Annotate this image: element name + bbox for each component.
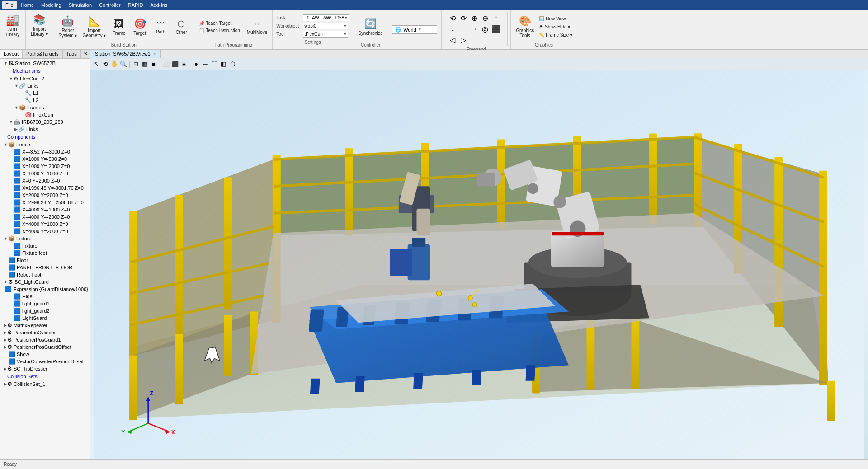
vp-point-icon[interactable]: ● [192, 60, 200, 68]
tree-item-fence1[interactable]: 🟦 X=-3.52 Y=-3000 Z=0 [0, 148, 90, 155]
tree-item-positionerposguardoffset[interactable]: ▶ ⚙ PositionerPosGuardOffset [0, 343, 90, 351]
freehand-icon-1[interactable]: ⟲ [448, 14, 457, 23]
world-dropdown[interactable]: 🌐 World ▼ [392, 25, 437, 34]
tree-item-sc-lightguard[interactable]: ▼ ⚙ SC_LightGuard [0, 278, 90, 286]
tree-item-expression[interactable]: 🟦 Expression {GuardDistance/1000} [0, 286, 90, 293]
tree-item-fence11[interactable]: 🟦 X=4000 Y=1000 Z=0 [0, 220, 90, 228]
tree-item-lightguard[interactable]: 🟦 LightGuard [0, 314, 90, 322]
tree-item-fixture[interactable]: 🟦 Fixture [0, 242, 90, 249]
vp-shaded-icon[interactable]: ■ [150, 60, 158, 68]
tree-item-fence12[interactable]: 🟦 X=4000 Y=2000 Z=0 [0, 228, 90, 235]
tree-item-collisionset1[interactable]: ▶ ⚙ CollisionSet_1 [0, 380, 90, 388]
vp-rotate-icon[interactable]: ⟲ [101, 60, 109, 68]
freehand-icon-9[interactable]: ◎ [481, 24, 490, 33]
other-button[interactable]: ⬡ Other [171, 13, 191, 40]
vp-curve-icon[interactable]: ⌒ [210, 60, 218, 68]
tab-paths-targets[interactable]: Paths&Targets [23, 50, 63, 58]
vp-wireframe-icon[interactable]: ▦ [141, 60, 149, 68]
tree-item-station[interactable]: ▼ 🏗 Station_SW6572B [0, 60, 90, 67]
tree-item-vectorconverter[interactable]: 🟦 VectorConverterPositionOffset [0, 358, 90, 365]
menu-add-ins[interactable]: Add-Ins [146, 1, 171, 9]
menu-simulation[interactable]: Simulation [65, 1, 95, 9]
tree-item-show[interactable]: 🟦 Show [0, 351, 90, 358]
synchronize-button[interactable]: 🔄 Synchronize [356, 13, 385, 40]
vp-fit-icon[interactable]: ⊡ [132, 60, 140, 68]
tree-item-fence10[interactable]: 🟦 X=4000 Y=-2000 Z=0 [0, 213, 90, 220]
vp-top-icon[interactable]: ⬛ [171, 60, 179, 68]
tree-item-parametriccylinder[interactable]: ▶ ⚙ ParametricCylinder [0, 329, 90, 336]
tree-item-fence4[interactable]: 🟦 X=1000 Y=1000 Z=0 [0, 170, 90, 177]
viewport-tab-main[interactable]: Station_SW6572B:View1 × [90, 50, 161, 58]
tree-item-fence2[interactable]: 🟦 X=1000 Y=-500 Z=0 [0, 155, 90, 163]
new-view-button[interactable]: 🪟 New View [537, 15, 574, 22]
tree-item-matrixrepeater[interactable]: ▶ ⚙ MatrixRepeater [0, 322, 90, 329]
vp-zoom-icon[interactable]: 🔍 [119, 60, 127, 68]
menu-modeling[interactable]: Modeling [38, 1, 65, 9]
tree-item-panel[interactable]: 🟦 PANEL_FRONT_FLOOR [0, 264, 90, 271]
freehand-icon-10[interactable]: ⬛ [491, 24, 500, 33]
workobject-dropdown[interactable]: wobj0 ▼ [303, 23, 348, 29]
tab-tags[interactable]: Tags [63, 50, 81, 58]
vp-line-icon[interactable]: ─ [201, 60, 209, 68]
tree-item-positionerposguard1[interactable]: ▶ ⚙ PositionerPosGuard1 [0, 336, 90, 343]
tree-item-fence7[interactable]: 🟦 X=2000 Y=2000 Z=0 [0, 192, 90, 199]
tree-item-light-guard2[interactable]: 🟦 light_guard2 [0, 307, 90, 314]
freehand-icon-3[interactable]: ⊕ [470, 14, 479, 23]
tree-item-frames1[interactable]: ▼ 📦 Frames [0, 104, 90, 111]
tree-item-fence9[interactable]: 🟦 X=4000 Y=-1000 Z=0 [0, 206, 90, 213]
import-library-button[interactable]: 📚 ImportLibrary ▾ [28, 12, 50, 39]
tree-item-fence[interactable]: ▼ 📦 Fence [0, 141, 90, 148]
freehand-icon-4[interactable]: ⊖ [481, 14, 490, 23]
tree-item-robotfoot[interactable]: 🟦 Robot Foot [0, 271, 90, 278]
teach-instruction-button[interactable]: 📋 Teach Instruction [197, 27, 242, 34]
tree-item-flexgun2[interactable]: ▼ ⚙ FlexGun_2 [0, 75, 90, 82]
viewport-tab-close[interactable]: × [153, 52, 156, 56]
tree-item-fence5[interactable]: 🟦 X=0 Y=2000 Z=0 [0, 177, 90, 184]
tree-item-sc-tipdresser[interactable]: ▶ ⚙ SC_TipDresser [0, 365, 90, 372]
tree-item-fence3[interactable]: 🟦 X=1000 Y=-2000 Z=0 [0, 163, 90, 170]
graphics-tools-button[interactable]: 🎨 GraphicsTools [514, 13, 536, 40]
vp-select-icon[interactable]: ↖ [92, 60, 100, 68]
task-dropdown[interactable]: _0_AW_RW6_1058 ▼ [303, 14, 349, 21]
freehand-icon-11[interactable]: ◁ [448, 35, 457, 44]
tree-item-irb6700[interactable]: ▼ 🤖 IRB6700_205_280 [0, 118, 90, 126]
path-button[interactable]: 〰 Path [151, 13, 170, 40]
freehand-icon-8[interactable]: → [470, 24, 479, 33]
multimove-button[interactable]: ↔ MultiMove [245, 13, 270, 40]
tree-item-links2[interactable]: ▶ 🔗 Links [0, 126, 90, 133]
tree-item-fixturefeet[interactable]: 🟦 Fixture feet [0, 249, 90, 257]
menu-home[interactable]: Home [17, 1, 38, 9]
menu-controller[interactable]: Controller [95, 1, 124, 9]
vp-pan-icon[interactable]: ✋ [110, 60, 118, 68]
freehand-icon-12[interactable]: ▷ [459, 35, 468, 44]
freehand-icon-7[interactable]: ← [459, 24, 468, 33]
freehand-icon-2[interactable]: ⟳ [459, 14, 468, 23]
freehand-icon-6[interactable]: ↓ [448, 24, 457, 33]
tree-item-fence6[interactable]: 🟦 X=1996.48 Y=-3001.76 Z=0 [0, 184, 90, 192]
menu-file[interactable]: File [2, 1, 17, 9]
tool-dropdown[interactable]: tFlexGun ▼ [303, 31, 348, 38]
vp-iso-icon[interactable]: ◈ [180, 60, 188, 68]
tree-item-fence8[interactable]: 🟦 X=2998.24 Y=-2500.88 Z=0 [0, 199, 90, 206]
teach-target-button[interactable]: 📌 Teach Target [197, 20, 242, 27]
target-button[interactable]: 🎯 Target [130, 13, 150, 40]
tree-item-l2[interactable]: 🔧 L2 [0, 97, 90, 104]
tree-item-hide[interactable]: 🟦 Hide [0, 293, 90, 300]
panel-close-button[interactable]: ✕ [81, 50, 90, 58]
import-geometry-button[interactable]: 📐 ImportGeometry ▾ [80, 13, 108, 40]
frame-size-button[interactable]: 📏 Frame Size ▾ [537, 32, 574, 38]
vp-solid-icon[interactable]: ⬡ [228, 60, 236, 68]
menu-rapid[interactable]: RAPID [124, 1, 147, 9]
abb-library-button[interactable]: 🏭 ABBLibrary [3, 12, 23, 39]
tree-item-light-guard1[interactable]: 🟦 light_guard1 [0, 300, 90, 307]
tab-layout[interactable]: Layout [0, 50, 23, 58]
tree-item-tflexgun[interactable]: 🎯 tFlexGun [0, 111, 90, 118]
viewport-3d[interactable]: Z X Y [90, 70, 868, 459]
show-hide-button[interactable]: 👁 Show/Hide ▾ [537, 23, 574, 30]
vp-surface-icon[interactable]: ◧ [219, 60, 227, 68]
robot-system-button[interactable]: 🤖 RobotSystem ▾ [56, 13, 79, 40]
tree-item-fixture-parent[interactable]: ▼ 📦 Fixture [0, 235, 90, 242]
tree-item-l1[interactable]: 🔧 L1 [0, 89, 90, 97]
freehand-icon-5[interactable]: ↑ [491, 14, 500, 23]
frame-button[interactable]: 🖼 Frame [109, 13, 129, 40]
